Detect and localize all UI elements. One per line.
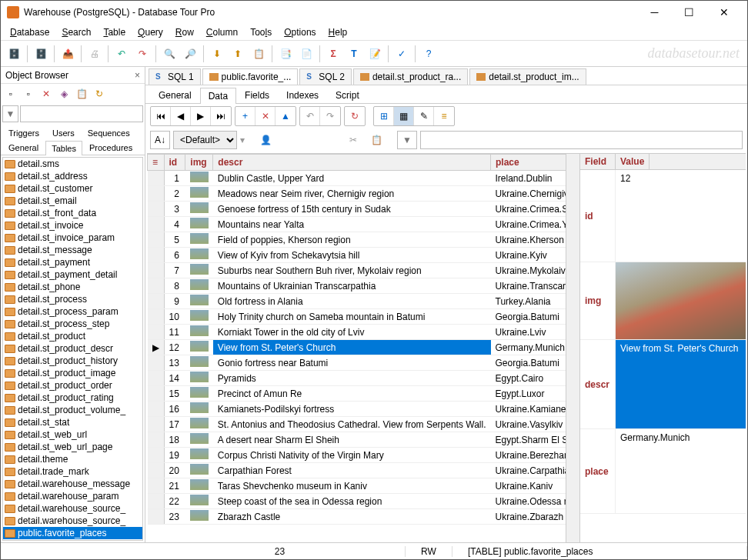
edit-icon[interactable]: 📝	[365, 44, 385, 64]
table-row[interactable]: 19Corpus Christi Nativity of the Virgin …	[148, 448, 566, 463]
refresh-objects-icon[interactable]: ↻	[91, 85, 108, 102]
object-list-item[interactable]: detail.st_product_order	[3, 379, 142, 392]
object-list-item[interactable]: detail.st_stat	[3, 416, 142, 428]
cell-descr[interactable]: Precinct of Amun Re	[213, 386, 491, 402]
cell-id[interactable]: 16	[164, 402, 185, 417]
cell-img[interactable]	[185, 448, 213, 463]
table-row[interactable]: 21Taras Shevchenko museum in KanivUkrain…	[148, 478, 566, 494]
undo-icon[interactable]: ↶	[112, 44, 132, 64]
cell-img[interactable]	[185, 417, 213, 432]
object-list-item[interactable]: detail.st_process	[3, 293, 142, 305]
cell-id[interactable]: 17	[164, 417, 185, 432]
cell-id[interactable]: 8	[164, 278, 185, 294]
export-icon[interactable]: 📤	[58, 44, 78, 64]
prev-record-icon[interactable]: ◀	[171, 107, 191, 125]
delete-record-icon[interactable]: ✕	[255, 107, 275, 125]
table-row[interactable]: 5Field of poppies, Kherson regionUkraine…	[148, 232, 566, 248]
find-next-icon[interactable]: 🔎	[180, 44, 200, 64]
duplicate-icon[interactable]: 📑	[275, 44, 296, 64]
export2-icon[interactable]: ⬆	[228, 44, 248, 64]
detail-id-value[interactable]: 12	[616, 170, 746, 262]
grid-view1-icon[interactable]: ⊞	[374, 107, 394, 125]
cell-descr[interactable]: Suburbs near Southern Buh river, Mykolai…	[213, 263, 491, 278]
filter-toggle-icon[interactable]: ▼	[397, 131, 417, 149]
grid-view2-icon[interactable]: ▦	[394, 107, 414, 125]
cell-descr[interactable]: Meadows near Seim river, Chernigiv regio…	[213, 186, 491, 202]
menu-row[interactable]: Row	[169, 25, 200, 39]
edit-record-icon[interactable]: ▲	[275, 107, 296, 125]
cell-img[interactable]	[185, 202, 213, 217]
object-list-item[interactable]: detail.st_phone	[3, 281, 142, 293]
cell-descr[interactable]: St. Antonius and Theodosius Cathedral. V…	[213, 417, 491, 432]
cell-id[interactable]: 14	[164, 371, 185, 386]
cell-descr[interactable]: Gonio fortress near Batumi	[213, 355, 491, 371]
cell-descr[interactable]: A desert near Sharm El Sheih	[213, 432, 491, 448]
table-row[interactable]: 8Mountains of Ukrainian TranscarpathiaUk…	[148, 278, 566, 294]
menu-help[interactable]: Help	[322, 25, 354, 39]
cell-descr[interactable]: Old fortress in Alania	[213, 294, 491, 309]
cell-img[interactable]	[185, 325, 213, 340]
object-list-item[interactable]: detail.trade_mark	[3, 465, 142, 478]
cell-place[interactable]: Ukraine.Carpathians	[491, 463, 566, 478]
cell-place[interactable]: Ukraine.Crimea.Yalta	[491, 217, 566, 232]
page-tab-data[interactable]: Data	[200, 88, 236, 104]
doc-tab[interactable]: detail.st_product_ra...	[353, 68, 468, 85]
object-list-item[interactable]: detail.st_payment_detail	[3, 268, 142, 281]
table-row[interactable]: 20Carpathian ForestUkraine.Carpathians	[148, 463, 566, 478]
cell-img[interactable]	[185, 248, 213, 263]
cell-place[interactable]: Egypt.Luxor	[491, 386, 566, 402]
new-object-icon[interactable]: ▫	[2, 85, 19, 102]
cell-place[interactable]: Ukraine.Vasylkiv	[491, 417, 566, 432]
copy-icon[interactable]: 📋	[249, 44, 269, 64]
object-list-item[interactable]: detail.st_web_url_page	[3, 441, 142, 453]
object-list-item[interactable]: detail.warehouse_message	[3, 478, 142, 490]
menu-column[interactable]: Column	[200, 25, 244, 39]
cell-place[interactable]: Ukraine.Lviv	[491, 325, 566, 340]
tab-procedures[interactable]: Procedures	[83, 140, 139, 155]
cell-id[interactable]: 13	[164, 355, 185, 371]
cell-img[interactable]	[185, 340, 213, 355]
cell-place[interactable]: Ukraine.Kherson	[491, 232, 566, 248]
table-row[interactable]: 15Precinct of Amun ReEgypt.Luxor	[148, 386, 566, 402]
cell-place[interactable]: Ukraine.Kaniv	[491, 478, 566, 494]
object-list[interactable]: detail.smsdetail.st_addressdetail.st_cus…	[2, 157, 143, 541]
minimize-button[interactable]: ─	[637, 1, 672, 24]
menu-database[interactable]: Database	[4, 25, 55, 39]
cell-img[interactable]	[185, 278, 213, 294]
disconnect-icon[interactable]: 🗄️	[31, 44, 51, 64]
delete-object-icon[interactable]: ✕	[38, 85, 55, 102]
tab-sequences[interactable]: Sequences	[82, 125, 136, 140]
redo-icon[interactable]: ↷	[132, 44, 152, 64]
col-descr[interactable]: descr	[213, 155, 491, 171]
tab-triggers[interactable]: Triggers	[2, 125, 45, 140]
cell-descr[interactable]: Korniakt Tower in the old city of Lviv	[213, 325, 491, 340]
cell-descr[interactable]: Holy Trinity church on Sameba mountain i…	[213, 309, 491, 325]
cell-descr[interactable]: Steep coast of the sea in Odessa region	[213, 494, 491, 509]
cell-id[interactable]: 10	[164, 309, 185, 325]
filter-icon[interactable]: ▼	[2, 105, 18, 122]
db-icon[interactable]: 🗄️	[4, 44, 24, 64]
cell-img[interactable]	[185, 217, 213, 232]
table-row[interactable]: 9Old fortress in AlaniaTurkey.Alania	[148, 294, 566, 309]
cell-place[interactable]: Egypt.Sharm El Sheih	[491, 432, 566, 448]
object-list-item[interactable]: detail.sms	[3, 158, 142, 170]
cell-descr[interactable]: Pyramids	[213, 371, 491, 386]
cell-place[interactable]: Egypt.Cairo	[491, 371, 566, 386]
insert-record-icon[interactable]: +	[235, 107, 255, 125]
page-tab-script[interactable]: Script	[327, 87, 368, 103]
object-list-item[interactable]: detail.warehouse_param	[3, 490, 142, 502]
table-row[interactable]: 3Genoese fortress of 15th century in Sud…	[148, 202, 566, 217]
grid-scrollbar[interactable]	[566, 154, 579, 542]
cell-img[interactable]	[185, 309, 213, 325]
table-row[interactable]: 6View of Kyiv from Schekavytsia hillUkra…	[148, 248, 566, 263]
filter-combo[interactable]	[420, 131, 743, 149]
grid-view4-icon[interactable]: ≡	[434, 107, 454, 125]
cell-id[interactable]: 5	[164, 232, 185, 248]
cell-descr[interactable]: Dublin Castle, Upper Yard	[213, 171, 491, 186]
paste-icon[interactable]: 📋	[366, 131, 386, 149]
cell-id[interactable]: 3	[164, 202, 185, 217]
cell-img[interactable]	[185, 509, 213, 525]
col-place[interactable]: place	[491, 155, 566, 171]
cell-img[interactable]	[185, 402, 213, 417]
cell-place[interactable]: Georgia.Batumi	[491, 355, 566, 371]
